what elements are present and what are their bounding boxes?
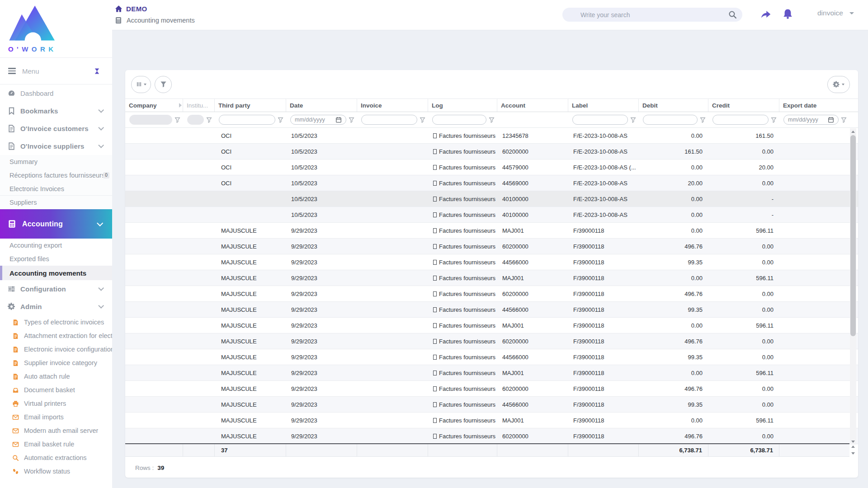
table-row[interactable]: MAJUSCULE9/29/2023Factures fournisseurs6… bbox=[125, 286, 858, 302]
app-logo[interactable]: O'WORK bbox=[0, 0, 112, 57]
filter-date-input[interactable]: mm/dd/yyyy bbox=[290, 115, 346, 125]
column-header-log[interactable]: Log bbox=[428, 99, 497, 112]
sidebar-item-o-invoice-customers[interactable]: O'Invoice customers bbox=[0, 120, 112, 137]
column-header-company[interactable]: Company bbox=[125, 99, 183, 112]
table-row[interactable]: MAJUSCULE9/29/2023Factures fournisseurs6… bbox=[125, 381, 858, 397]
sidebar-item-suppliers[interactable]: Suppliers bbox=[0, 196, 112, 209]
table-row[interactable]: OCI10/5/2023Factures fournisseurs1234567… bbox=[125, 128, 858, 144]
table-row[interactable]: MAJUSCULE9/29/2023Factures fournisseurs4… bbox=[125, 397, 858, 413]
table-row[interactable]: MAJUSCULE9/29/2023Factures fournisseursM… bbox=[125, 270, 858, 286]
table-row[interactable]: OCI10/5/2023Factures fournisseurs4457900… bbox=[125, 160, 858, 175]
sidebar-item-bookmarks[interactable]: Bookmarks bbox=[0, 102, 112, 120]
expand-column-icon[interactable] bbox=[179, 103, 182, 108]
sidebar-item-r-ceptions-factures-fournisseurs[interactable]: Réceptions factures fournisseurs0 bbox=[0, 169, 112, 182]
cell-account: MAJ001 bbox=[497, 318, 568, 333]
funnel-icon[interactable] bbox=[420, 117, 425, 123]
share-icon[interactable] bbox=[760, 9, 772, 20]
sidebar-item-dashboard[interactable]: Dashboard bbox=[0, 84, 112, 102]
sidebar-item-summary[interactable]: Summary bbox=[0, 155, 112, 169]
sidebar-item-document-basket[interactable]: Document basket bbox=[0, 383, 112, 397]
table-row[interactable]: MAJUSCULE9/29/2023Factures fournisseursM… bbox=[125, 318, 858, 333]
scroll-up-button[interactable] bbox=[850, 128, 856, 135]
spin-down-icon[interactable] bbox=[851, 452, 855, 455]
sidebar-item-attachment-extraction-for-electroni[interactable]: Attachment extraction for electroni bbox=[0, 329, 112, 343]
column-header-account[interactable]: Account bbox=[497, 99, 568, 112]
column-header-institu[interactable]: Institu... bbox=[183, 99, 215, 112]
scrollbar-thumb[interactable] bbox=[850, 135, 856, 336]
table-row[interactable]: MAJUSCULE9/29/2023Factures fournisseursM… bbox=[125, 413, 858, 428]
column-header-invoice[interactable]: Invoice bbox=[357, 99, 428, 112]
sidebar-item-workflow-status[interactable]: Workflow status bbox=[0, 465, 112, 478]
table-row[interactable]: MAJUSCULE9/29/2023Factures fournisseursM… bbox=[125, 365, 858, 381]
funnel-icon[interactable] bbox=[630, 117, 636, 123]
filter-button[interactable] bbox=[155, 76, 172, 93]
column-header-third-party[interactable]: Third party bbox=[215, 99, 286, 112]
funnel-icon[interactable] bbox=[206, 117, 212, 123]
funnel-icon[interactable] bbox=[489, 117, 495, 123]
table-row[interactable]: OCI10/5/2023Factures fournisseurs6020000… bbox=[125, 144, 858, 160]
funnel-icon[interactable] bbox=[278, 117, 283, 123]
column-chooser-button[interactable] bbox=[131, 76, 151, 93]
sidebar-item-email-imports[interactable]: Email imports bbox=[0, 410, 112, 424]
sidebar-item-modern-auth-email-server[interactable]: Modern auth email server bbox=[0, 424, 112, 437]
table-row[interactable]: 10/5/2023Factures fournisseurs40100000F/… bbox=[125, 207, 858, 223]
sidebar-item-admin[interactable]: Admin bbox=[0, 298, 112, 315]
sidebar-item-accounting[interactable]: Accounting bbox=[0, 209, 112, 239]
filter-text-input[interactable] bbox=[577, 117, 623, 123]
scroll-down-button[interactable] bbox=[850, 438, 856, 445]
search-input[interactable] bbox=[580, 11, 728, 19]
filter-text-input[interactable] bbox=[437, 117, 482, 123]
table-row[interactable]: MAJUSCULE9/29/2023Factures fournisseurs4… bbox=[125, 302, 858, 318]
sidebar-item-configuration[interactable]: Configuration bbox=[0, 280, 112, 298]
funnel-icon[interactable] bbox=[349, 117, 354, 123]
sidebar-item-email-basket-rule[interactable]: Email basket rule bbox=[0, 437, 112, 451]
sidebar-item-electronic-invoice-configuration[interactable]: Electronic invoice configuration bbox=[0, 343, 112, 356]
filter-date-input[interactable]: mm/dd/yyyy bbox=[783, 115, 839, 125]
table-row[interactable]: MAJUSCULE9/29/2023Factures fournisseurs6… bbox=[125, 333, 858, 349]
table-row[interactable]: OCI10/5/2023Factures fournisseurs4456900… bbox=[125, 175, 858, 191]
funnel-icon[interactable] bbox=[175, 117, 180, 123]
sidebar-item-o-invoice-suppliers[interactable]: O'Invoice suppliers bbox=[0, 137, 112, 155]
filter-text-input[interactable] bbox=[223, 117, 271, 123]
notifications-bell-icon[interactable] bbox=[782, 8, 793, 20]
table-row[interactable]: MAJUSCULE9/29/2023Factures fournisseurs6… bbox=[125, 239, 858, 254]
spin-up-icon[interactable] bbox=[851, 446, 855, 448]
vertical-scrollbar[interactable] bbox=[850, 128, 856, 445]
menu-toggle[interactable]: Menu bbox=[0, 57, 112, 84]
sidebar-item-exported-files[interactable]: Exported files bbox=[0, 252, 112, 266]
cell-debit: 99.35 bbox=[639, 302, 708, 317]
filter-text-input[interactable] bbox=[366, 117, 413, 123]
funnel-icon[interactable] bbox=[771, 117, 777, 123]
table-row[interactable]: MAJUSCULE9/29/2023Factures fournisseurs6… bbox=[125, 428, 858, 444]
sidebar-item-electronic-invoices[interactable]: Electronic Invoices bbox=[0, 182, 112, 196]
sidebar-item-auto-attach-rule[interactable]: Auto attach rule bbox=[0, 370, 112, 383]
search-icon[interactable] bbox=[728, 10, 737, 19]
user-menu[interactable]: dinvoice bbox=[817, 9, 854, 17]
grid-settings-button[interactable] bbox=[827, 76, 850, 93]
sidebar-item-accounting-export[interactable]: Accounting export bbox=[0, 239, 112, 252]
sidebar-item-supplier-invoice-category[interactable]: Supplier invoice category bbox=[0, 356, 112, 370]
column-header-credit[interactable]: Credit bbox=[708, 99, 779, 112]
column-header-export-date[interactable]: Export date bbox=[779, 99, 849, 112]
sidebar-item-automatic-extractions[interactable]: Automatic extractions bbox=[0, 451, 112, 465]
cell-date: 10/5/2023 bbox=[286, 191, 357, 206]
table-row[interactable]: MAJUSCULE9/29/2023Factures fournisseurs4… bbox=[125, 349, 858, 365]
column-header-debit[interactable]: Debit bbox=[639, 99, 708, 112]
sidebar-item-virtual-printers[interactable]: Virtual printers bbox=[0, 397, 112, 410]
sidebar-item-types-of-electronic-invoices[interactable]: Types of electronic invoices bbox=[0, 315, 112, 329]
table-row[interactable]: MAJUSCULE9/29/2023Factures fournisseursM… bbox=[125, 223, 858, 239]
table-row[interactable]: 10/5/2023Factures fournisseurs40100000F/… bbox=[125, 191, 858, 207]
filter-text-input[interactable] bbox=[647, 117, 693, 123]
filter-text-input[interactable] bbox=[717, 117, 764, 123]
column-header-label[interactable]: Label bbox=[568, 99, 639, 112]
column-header-date[interactable]: Date bbox=[286, 99, 357, 112]
cell-debit: 99.35 bbox=[639, 349, 708, 365]
sidebar-item-accounting-movements[interactable]: Accounting movements bbox=[0, 266, 112, 280]
filter-cell-export-date: mm/dd/yyyy bbox=[779, 112, 849, 127]
funnel-icon[interactable] bbox=[841, 117, 847, 123]
funnel-icon[interactable] bbox=[700, 117, 706, 123]
table-row[interactable]: MAJUSCULE9/29/2023Factures fournisseurs4… bbox=[125, 254, 858, 270]
filter-cell-credit bbox=[708, 112, 779, 127]
totals-scroll-spinner[interactable] bbox=[850, 444, 856, 456]
sidebar-pin-icon[interactable] bbox=[94, 68, 100, 75]
